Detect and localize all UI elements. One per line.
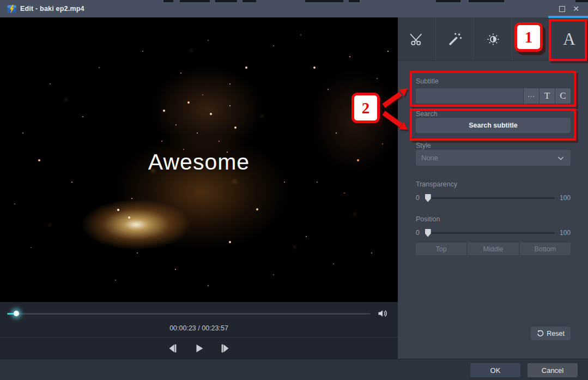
position-slider-thumb[interactable] bbox=[425, 229, 431, 237]
background-window-remnant bbox=[469, 0, 504, 2]
position-label: Position bbox=[416, 215, 440, 223]
text-tool-icon: A bbox=[563, 29, 575, 49]
video-sparks bbox=[0, 17, 1, 19]
search-label: Search bbox=[416, 110, 438, 118]
annotation-badge-1: 1 bbox=[514, 22, 543, 52]
background-window-remnant bbox=[180, 0, 210, 2]
app-icon bbox=[7, 4, 16, 14]
active-tab-indicator bbox=[548, 16, 588, 18]
reset-button-label: Reset bbox=[547, 330, 565, 337]
brightness-contrast-icon bbox=[486, 32, 501, 47]
close-icon: ✕ bbox=[573, 4, 579, 13]
playback-controls bbox=[0, 337, 398, 359]
maximize-icon bbox=[559, 6, 565, 12]
align-middle-button[interactable]: Middle bbox=[468, 243, 518, 255]
transparency-min-label: 0 bbox=[416, 194, 420, 202]
annotation-badge-2: 2 bbox=[351, 93, 380, 123]
style-dropdown[interactable]: None bbox=[416, 150, 571, 166]
background-window-remnant bbox=[575, 0, 588, 2]
position-min-label: 0 bbox=[416, 229, 420, 237]
time-display: 00:00:23 / 00:23:57 bbox=[0, 324, 398, 332]
tab-trim[interactable] bbox=[398, 17, 435, 61]
edit-dialog: Edit - baki ep2.mp4 ✕ Awesome 00:00:23 /… bbox=[0, 0, 588, 380]
background-window-remnant bbox=[349, 0, 360, 2]
ok-button[interactable]: OK bbox=[470, 363, 520, 377]
transparency-slider[interactable] bbox=[425, 197, 555, 199]
play-button[interactable] bbox=[192, 342, 205, 354]
align-bottom-button[interactable]: Bottom bbox=[520, 243, 571, 255]
close-button[interactable]: ✕ bbox=[571, 4, 581, 14]
titlebar: Edit - baki ep2.mp4 ✕ bbox=[0, 0, 588, 17]
magic-wand-icon bbox=[447, 32, 463, 47]
tool-tabstrip: A bbox=[398, 17, 588, 61]
subtitle-input-row: ⋯ T C bbox=[416, 88, 571, 104]
transparency-slider-row: 0 100 bbox=[416, 194, 571, 202]
position-max-label: 100 bbox=[560, 229, 571, 237]
video-overlay-text: Awesome bbox=[0, 149, 398, 175]
scissors-icon bbox=[409, 32, 425, 47]
background-window-remnant bbox=[243, 0, 256, 2]
volume-icon[interactable] bbox=[377, 308, 388, 319]
tab-text[interactable]: A bbox=[550, 17, 588, 61]
position-slider[interactable] bbox=[425, 232, 555, 234]
seek-thumb[interactable] bbox=[14, 311, 19, 316]
video-preview[interactable]: Awesome bbox=[0, 17, 398, 302]
style-dropdown-value: None bbox=[421, 154, 556, 162]
browse-subtitle-button[interactable]: ⋯ bbox=[524, 88, 539, 104]
tab-color[interactable] bbox=[474, 17, 512, 61]
video-glow bbox=[87, 116, 316, 268]
align-top-button[interactable]: Top bbox=[416, 243, 466, 255]
text-format-button[interactable]: T bbox=[539, 88, 555, 104]
reset-button[interactable]: Reset bbox=[531, 327, 571, 340]
cancel-button[interactable]: Cancel bbox=[528, 363, 578, 377]
subtitle-label: Subtitle bbox=[416, 77, 439, 85]
background-window-remnant bbox=[215, 0, 237, 2]
video-lens-flare bbox=[60, 189, 213, 260]
maximize-button[interactable] bbox=[556, 4, 567, 14]
background-window-remnant bbox=[163, 0, 173, 2]
transparency-max-label: 100 bbox=[560, 194, 571, 202]
transparency-label: Transparency bbox=[416, 180, 457, 188]
transparency-slider-thumb[interactable] bbox=[425, 194, 431, 202]
reset-icon bbox=[537, 330, 544, 337]
subtitle-panel: Subtitle ⋯ T C Search Search subtitle St… bbox=[398, 61, 588, 359]
style-label: Style bbox=[416, 142, 431, 149]
background-window-remnant bbox=[305, 0, 343, 2]
subtitle-input[interactable] bbox=[416, 88, 523, 104]
chevron-down-icon bbox=[556, 154, 565, 162]
step-forward-button[interactable] bbox=[219, 342, 232, 354]
tab-effects[interactable] bbox=[435, 17, 474, 61]
alignment-button-group: Top Middle Bottom bbox=[416, 243, 571, 255]
encoding-button[interactable]: C bbox=[555, 88, 571, 104]
step-back-button[interactable] bbox=[166, 342, 179, 354]
dialog-footer: OK Cancel bbox=[0, 359, 588, 380]
window-title: Edit - baki ep2.mp4 bbox=[20, 5, 84, 13]
position-slider-row: 0 100 bbox=[416, 228, 571, 237]
seek-bar[interactable] bbox=[7, 313, 371, 315]
search-subtitle-button[interactable]: Search subtitle bbox=[416, 118, 571, 133]
player-seek-strip: 00:00:23 / 00:23:57 bbox=[0, 302, 398, 337]
background-window-remnant bbox=[436, 0, 460, 2]
